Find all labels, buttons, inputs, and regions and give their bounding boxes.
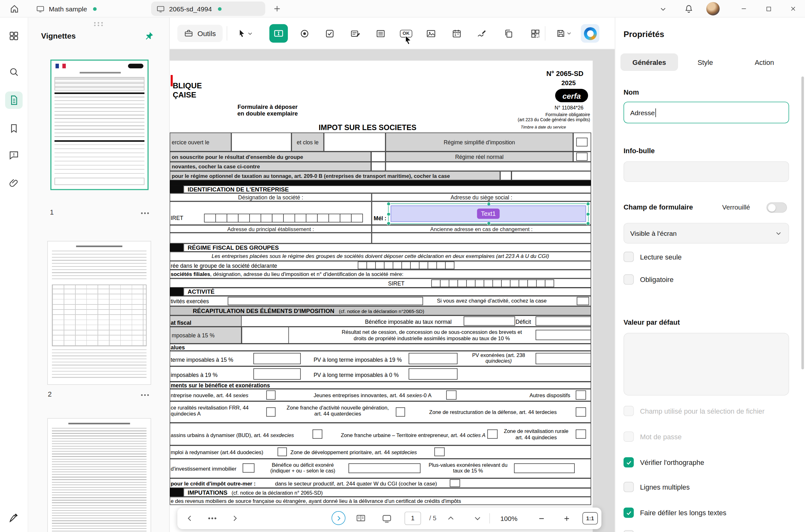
form-input-box[interactable] [242, 327, 289, 344]
list-box-tool-button[interactable] [371, 24, 389, 42]
form-checkbox[interactable] [576, 391, 586, 400]
panel-scrollbar[interactable] [802, 77, 804, 369]
form-checkbox[interactable] [577, 153, 588, 161]
form-checkbox[interactable] [242, 463, 254, 473]
page-2-menu-button[interactable] [140, 393, 149, 397]
tab-2065-sd[interactable]: 2065-sd_4994 [151, 2, 265, 16]
form-checkbox[interactable] [371, 162, 385, 171]
zoom-out-button[interactable] [534, 508, 548, 529]
selection-handle[interactable] [387, 202, 391, 206]
avatar[interactable] [706, 2, 719, 15]
radio-tool-button[interactable] [295, 24, 313, 42]
prev-page-button[interactable] [183, 508, 196, 529]
checkbox-defiler-textes[interactable]: Faire défiler les longs textes [624, 508, 727, 518]
zoom-in-button[interactable] [560, 508, 573, 529]
form-checkbox[interactable] [446, 391, 456, 400]
thumbnails-panel-button[interactable] [5, 92, 22, 109]
minimize-button[interactable] [732, 0, 755, 17]
save-button[interactable] [549, 24, 579, 42]
form-input-box[interactable] [408, 368, 457, 380]
form-checkbox[interactable] [576, 407, 586, 417]
form-checkbox[interactable] [487, 430, 497, 439]
select-tool-button[interactable] [230, 24, 260, 42]
verrouille-toggle[interactable] [766, 203, 787, 213]
tools-button[interactable]: Outils [177, 25, 223, 42]
checkbox-selection-fichier[interactable]: Champ utilisé pour la sélection de fichi… [624, 406, 765, 416]
signature-field-tool-button[interactable] [473, 24, 491, 42]
form-input-box[interactable] [464, 317, 515, 326]
copy-fields-button[interactable] [499, 24, 517, 42]
form-input-box[interactable] [349, 463, 421, 473]
comments-button[interactable] [5, 147, 22, 164]
document-area[interactable]: BLIQUE ÇAISE Formulaire à déposeren doub… [170, 50, 615, 532]
thumbnail-page-2[interactable] [48, 242, 151, 384]
form-input-box[interactable] [253, 353, 300, 364]
notifications-button[interactable] [684, 3, 694, 14]
nav-more-button[interactable] [206, 508, 219, 529]
tab-math-sample[interactable]: Math sample [31, 2, 148, 16]
checkbox-partial[interactable] [624, 530, 634, 532]
thumbnail-page-1[interactable] [51, 61, 148, 189]
selection-handle[interactable] [387, 212, 391, 216]
checkbox-lecture-seule[interactable]: Lecture seule [624, 252, 682, 262]
form-checkbox[interactable] [371, 152, 385, 162]
form-cell[interactable] [231, 133, 291, 152]
actual-size-button[interactable]: 1:1 [582, 512, 598, 525]
form-input-box[interactable] [514, 463, 575, 473]
page-number-input[interactable]: 1 [404, 512, 421, 525]
form-input-box[interactable] [535, 330, 591, 340]
tabs-dropdown-button[interactable] [659, 5, 667, 13]
checkbox-obligatoire[interactable]: Obligatoire [624, 274, 674, 285]
zoom-level[interactable]: 100% [497, 508, 521, 529]
all-fields-button[interactable] [526, 24, 544, 42]
form-checkbox[interactable] [435, 448, 445, 456]
tab-action[interactable]: Action [739, 54, 790, 71]
pin-panel-button[interactable] [144, 31, 154, 40]
tab-generales[interactable]: Générales [620, 54, 678, 71]
form-checkbox[interactable] [266, 391, 275, 400]
reading-mode-button[interactable] [379, 508, 394, 529]
form-checkbox[interactable] [450, 479, 460, 487]
image-field-tool-button[interactable] [421, 24, 440, 42]
tab-style[interactable]: Style [682, 54, 728, 71]
panel-drag-handle[interactable] [94, 22, 104, 26]
form-checkbox[interactable] [576, 430, 586, 439]
next-button[interactable] [471, 508, 483, 529]
form-cell[interactable] [372, 233, 591, 243]
form-input-box[interactable] [408, 353, 457, 364]
form-checkbox[interactable] [396, 407, 405, 417]
form-checkbox[interactable] [577, 138, 588, 147]
date-field-tool-button[interactable] [447, 24, 465, 42]
text-field-tool-button[interactable] [270, 24, 288, 42]
form-input-box[interactable] [253, 368, 300, 380]
combo-box-tool-button[interactable] [346, 24, 364, 42]
form-input-box[interactable] [228, 297, 423, 305]
checkbox-lignes-multiples[interactable]: Lignes multiples [624, 482, 690, 492]
add-tab-button[interactable] [272, 4, 281, 13]
form-checkbox[interactable] [577, 297, 589, 305]
two-page-view-button[interactable] [353, 508, 369, 529]
nom-input[interactable]: Adresse [624, 101, 789, 123]
visibility-select[interactable]: Visible à l'écran [624, 223, 789, 243]
apps-button[interactable] [5, 27, 22, 45]
page-1-menu-button[interactable] [140, 212, 149, 215]
checkbox-tool-button[interactable] [320, 24, 339, 42]
home-button[interactable] [9, 3, 19, 14]
form-checkbox[interactable] [266, 407, 275, 417]
bookmarks-button[interactable] [5, 120, 22, 137]
search-button[interactable] [5, 63, 22, 81]
form-cell[interactable] [170, 233, 372, 243]
close-button[interactable] [781, 0, 805, 17]
checkbox-mot-de-passe[interactable]: Mot de passe [624, 431, 681, 441]
continue-button[interactable] [332, 511, 346, 525]
attachments-button[interactable] [5, 175, 22, 192]
form-input-box[interactable] [535, 317, 591, 326]
signature-panel-button[interactable] [5, 509, 22, 527]
selection-handle[interactable] [586, 202, 590, 206]
form-checkbox[interactable] [500, 171, 511, 180]
thumbnail-page-3[interactable] [48, 419, 151, 532]
maximize-button[interactable] [756, 0, 780, 17]
ai-copilot-button[interactable] [581, 24, 599, 42]
previous-button[interactable] [445, 508, 457, 529]
form-checkbox[interactable] [313, 430, 323, 439]
